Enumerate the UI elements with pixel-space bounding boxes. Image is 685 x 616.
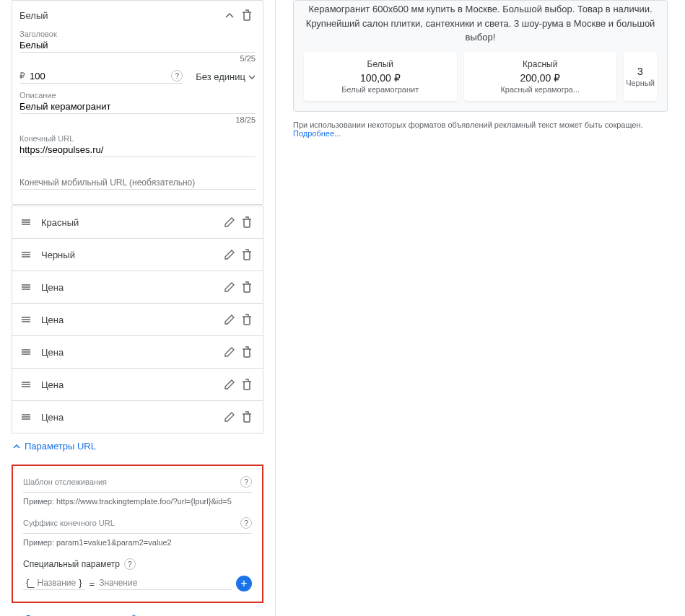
drag-handle-icon[interactable] <box>19 251 32 258</box>
url-suffix-input[interactable] <box>23 533 252 534</box>
url-params-label: Параметры URL <box>25 441 96 452</box>
delete-icon[interactable] <box>238 6 256 24</box>
collapsed-item: Цена <box>12 368 263 401</box>
edit-icon[interactable] <box>221 408 238 426</box>
tracking-template-label: Шаблон отслеживания <box>23 478 240 486</box>
currency-symbol: ₽ <box>19 71 25 81</box>
help-icon[interactable]: ? <box>240 517 252 529</box>
help-icon[interactable]: ? <box>124 558 136 570</box>
help-icon[interactable]: ? <box>240 476 252 488</box>
collapse-icon[interactable] <box>221 6 238 24</box>
expanded-item-white: Белый Заголовок 5/25 ₽ <box>12 0 263 205</box>
preview-tile: Белый 100,00 ₽ Белый керамогранит <box>304 52 457 101</box>
item-label: Цена <box>41 314 221 325</box>
headline-input[interactable] <box>19 40 256 50</box>
param-name-input[interactable]: {_ Название } <box>23 577 85 590</box>
headline-label: Заголовок <box>19 30 256 38</box>
collapsed-item: Цена <box>12 335 263 369</box>
additional-settings-toggle[interactable]: Дополнительные настройки <box>12 606 263 616</box>
delete-icon[interactable] <box>238 343 256 361</box>
edit-icon[interactable] <box>221 343 238 361</box>
edit-icon[interactable] <box>221 246 238 263</box>
tracking-template-input[interactable] <box>23 492 252 493</box>
delete-icon[interactable] <box>238 408 256 426</box>
add-param-button[interactable]: + <box>236 576 252 591</box>
preview-tile-partial: 3 Черный <box>624 52 657 101</box>
item-label: Цена <box>41 282 221 293</box>
collapsed-item: Цена <box>12 303 263 336</box>
item-label: Цена <box>41 347 221 358</box>
drag-handle-icon[interactable] <box>19 381 32 388</box>
expanded-item-title: Белый <box>19 10 221 21</box>
item-label: Черный <box>41 250 221 260</box>
item-label: Цена <box>41 412 221 423</box>
url-params-panel: Шаблон отслеживания ? Пример: https://ww… <box>12 465 263 603</box>
item-label: Красный <box>41 217 221 228</box>
description-input[interactable] <box>19 101 256 112</box>
delete-icon[interactable] <box>238 376 256 393</box>
collapsed-item: Черный <box>12 238 263 271</box>
final-url-label: Конечный URL <box>19 134 256 143</box>
learn-more-link[interactable]: Подробнее... <box>293 129 341 138</box>
help-icon[interactable]: ? <box>171 70 183 82</box>
ad-preview: Керамогранит 600х600 мм купить в Москве.… <box>293 0 668 112</box>
item-label: Цена <box>41 379 221 390</box>
param-value-input[interactable]: Значение <box>99 577 232 590</box>
units-label: Без единиц <box>196 71 245 82</box>
edit-icon[interactable] <box>221 376 238 393</box>
tracking-template-example: Пример: https://www.trackingtemplate.foo… <box>23 497 252 506</box>
headline-counter: 5/25 <box>19 54 256 63</box>
mobile-url-input[interactable] <box>19 177 256 188</box>
units-select[interactable]: Без единиц <box>196 71 256 82</box>
drag-handle-icon[interactable] <box>19 348 32 356</box>
delete-icon[interactable] <box>238 278 256 296</box>
drag-handle-icon[interactable] <box>19 219 32 226</box>
url-params-toggle[interactable]: Параметры URL <box>12 434 263 459</box>
preview-tile: Красный 200,00 ₽ Красный керамогра... <box>464 52 617 101</box>
url-suffix-label: Суффикс конечного URL <box>23 519 240 527</box>
collapsed-item: Красный <box>12 206 263 239</box>
delete-icon[interactable] <box>238 246 256 263</box>
ad-preview-text: Керамогранит 600х600 мм купить в Москве.… <box>304 1 657 52</box>
drag-handle-icon[interactable] <box>19 283 32 291</box>
collapsed-item: Цена <box>12 400 263 434</box>
drag-handle-icon[interactable] <box>19 413 32 421</box>
delete-icon[interactable] <box>238 214 256 231</box>
preview-disclaimer: При использовании некоторых форматов объ… <box>293 120 668 138</box>
delete-icon[interactable] <box>238 311 256 328</box>
additional-settings-label: Дополнительные настройки <box>25 613 146 616</box>
drag-handle-icon[interactable] <box>19 316 32 323</box>
collapsed-item: Цена <box>12 270 263 304</box>
edit-icon[interactable] <box>221 278 238 296</box>
special-param-label: Специальный параметр <box>23 559 120 569</box>
edit-icon[interactable] <box>221 311 238 328</box>
description-counter: 18/25 <box>19 115 256 124</box>
final-url-input[interactable] <box>19 144 256 155</box>
price-input[interactable] <box>30 71 171 82</box>
edit-icon[interactable] <box>221 214 238 231</box>
url-suffix-example: Пример: param1=value1&param2=value2 <box>23 538 252 547</box>
description-label: Описание <box>19 91 256 100</box>
